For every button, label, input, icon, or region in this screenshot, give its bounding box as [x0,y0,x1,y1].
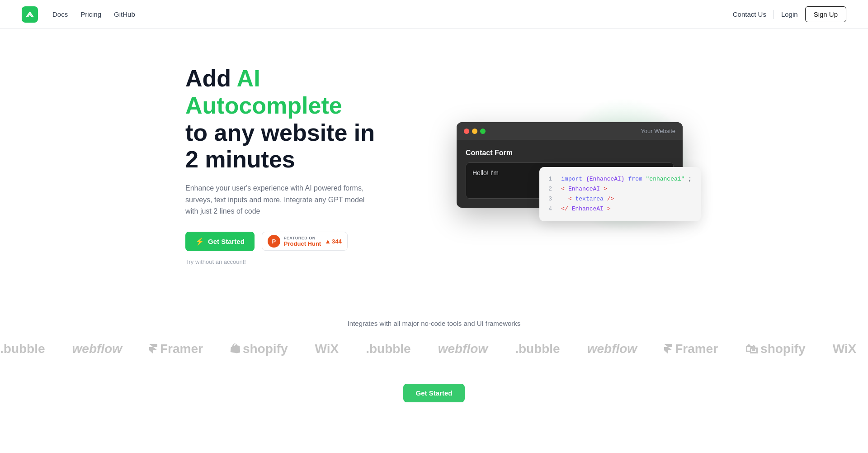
window-title: Your Website [641,128,675,134]
nav-divider [774,10,774,19]
code-content-4: </ EnhanceAI > [561,204,610,214]
hero-title: Add AI Autocomplete to any website in2 m… [185,65,420,173]
logo-bubble-2: .bubble [366,342,411,356]
get-started-button[interactable]: ⚡ Get Started [185,232,255,251]
logo-webflow-2: webflow [438,342,488,356]
product-hunt-text: FEATURED ON Product Hunt [284,236,321,247]
hero-left: Add AI Autocomplete to any website in2 m… [185,65,420,265]
line-num-1: 1 [548,174,554,184]
ph-featured-label: FEATURED ON [284,236,321,240]
hero-description: Enhance your user's experience with AI p… [185,182,366,217]
logo-framer: Framer [149,342,203,356]
hero-actions: ⚡ Get Started P FEATURED ON Product Hunt… [185,232,420,251]
integrations-section: Integrates with all major no-code tools … [0,292,868,375]
logo-wix: WiX [315,342,339,356]
nav-login[interactable]: Login [781,10,798,18]
product-hunt-logo: P [268,235,280,248]
logos-track: .bubble webflow Framer shopify WiX .bubb… [0,342,868,357]
code-snippet: 1 import {EnhanceAI} from "enhanceai" ; … [539,167,701,221]
product-hunt-badge[interactable]: P FEATURED ON Product Hunt ▲ 344 [262,232,348,251]
code-line-2: 2 < EnhanceAI > [548,184,692,194]
navbar: Docs Pricing GitHub Contact Us Login Sig… [0,0,868,29]
code-content-3: < textarea /> [561,194,614,204]
logo-framer-2: Framer [664,342,718,356]
logos-inner: .bubble webflow Framer shopify WiX .bubb… [0,342,868,357]
line-num-4: 4 [548,204,554,214]
code-content-1: import {EnhanceAI} from "enhanceai" ; [561,174,692,184]
nav-links: Docs Pricing GitHub [52,10,135,18]
nav-left: Docs Pricing GitHub [22,6,135,23]
form-title: Contact Form [466,149,674,157]
window-titlebar: Your Website [457,122,683,140]
code-content-2: < EnhanceAI > [561,184,607,194]
line-num-2: 2 [548,184,554,194]
nav-right: Contact Us Login Sign Up [733,6,846,22]
nav-contact[interactable]: Contact Us [733,10,766,18]
dot-green [480,129,486,134]
logo-bubble: .bubble [0,342,45,356]
framer-icon [149,344,157,354]
ph-count: ▲ 344 [325,238,342,245]
dot-yellow [472,129,477,134]
window-dots [464,129,486,134]
logo-bubble-3: .bubble [515,342,560,356]
hero-section: Add AI Autocomplete to any website in2 m… [163,29,705,292]
bottom-get-started-button[interactable]: Get Started [403,384,465,402]
logo-shopify: shopify [230,342,288,356]
nav-link-docs[interactable]: Docs [52,10,68,18]
nav-signup-button[interactable]: Sign Up [805,6,846,22]
integrations-label: Integrates with all major no-code tools … [0,319,868,327]
ph-arrow-icon: ▲ [325,238,331,245]
code-line-4: 4 </ EnhanceAI > [548,204,692,214]
logo-link[interactable] [22,6,38,23]
logo-icon [25,10,34,19]
logo-wix-2: WiX [833,342,857,356]
ph-name: Product Hunt [284,240,321,247]
code-line-3: 3 < textarea /> [548,194,692,204]
shopify-icon [230,343,240,354]
line-num-3: 3 [548,194,554,204]
logo-webflow-3: webflow [587,342,637,356]
ph-vote-count: 344 [332,238,342,245]
bottom-cta: Get Started [0,375,868,420]
logo [22,6,38,23]
hero-right: Your Website Contact Form Hello! I'm 1 i… [457,122,683,208]
framer-icon-2 [664,344,672,354]
logo-shopify-2: 🛍 shopify [745,342,806,357]
bolt-icon: ⚡ [195,237,204,246]
hero-title-add: Add [185,65,237,91]
dot-red [464,129,469,134]
nav-link-pricing[interactable]: Pricing [80,10,101,18]
textarea-content: Hello! I'm [472,169,499,176]
logo-webflow: webflow [72,342,122,356]
hero-title-rest: to any website in2 minutes [185,119,375,173]
get-started-label: Get Started [208,238,245,245]
nav-link-github[interactable]: GitHub [114,10,135,18]
try-without-account: Try without an account! [185,258,420,265]
code-line-1: 1 import {EnhanceAI} from "enhanceai" ; [548,174,692,184]
